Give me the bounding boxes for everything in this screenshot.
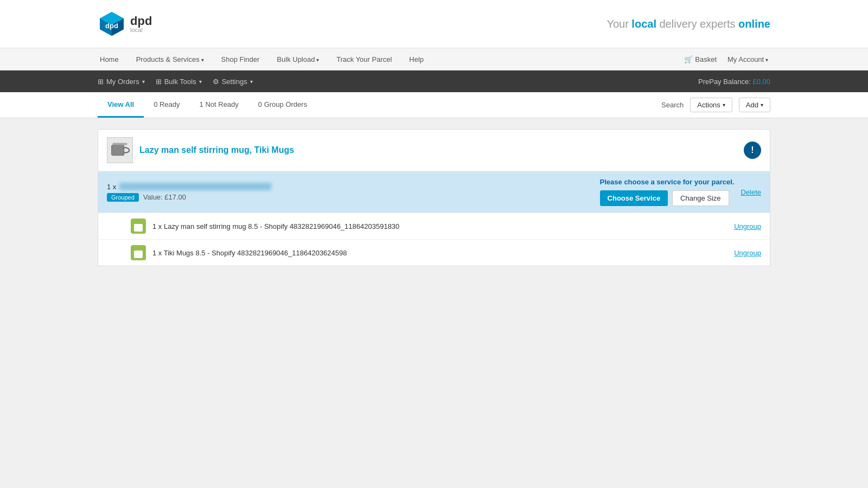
tab-group-orders[interactable]: 0 Group Orders: [248, 92, 317, 118]
logo-area: dpd dpd local: [98, 10, 152, 38]
shopify-icon-2: [131, 245, 146, 260]
my-orders-btn[interactable]: ⊞ My Orders: [98, 78, 145, 86]
order-card: Lazy man self stirring mug, Tiki Mugs ! …: [98, 129, 770, 266]
nav-bar: Home Products & Services Shop Finder Bul…: [0, 48, 868, 70]
svg-text:dpd: dpd: [105, 22, 118, 30]
main-content: Lazy man self stirring mug, Tiki Mugs ! …: [0, 118, 868, 286]
settings-gear-icon: ⚙: [213, 78, 219, 86]
my-orders-grid-icon: ⊞: [98, 78, 104, 86]
basket-label: Basket: [695, 55, 717, 63]
order-title-area: Lazy man self stirring mug, Tiki Mugs: [107, 137, 294, 163]
settings-btn[interactable]: ⚙ Settings: [213, 78, 253, 86]
tagline-online: online: [738, 18, 770, 30]
tagline: Your local delivery experts online: [607, 18, 770, 30]
change-size-button[interactable]: Change Size: [672, 190, 729, 206]
basket-icon: 🛒: [684, 55, 693, 63]
logo-text: dpd local: [130, 15, 152, 33]
basket-link[interactable]: 🛒 Basket: [684, 55, 717, 63]
tab-view-all[interactable]: View All: [98, 92, 144, 118]
toolbar-left: ⊞ My Orders ⊞ Bulk Tools ⚙ Settings: [98, 78, 253, 86]
nav-right: 🛒 Basket My Account: [684, 55, 770, 63]
bulk-tools-grid-icon: ⊞: [156, 78, 162, 86]
nav-products-services[interactable]: Products & Services: [134, 55, 206, 63]
shopify-icon-1: [131, 219, 146, 234]
my-account-link[interactable]: My Account: [725, 55, 770, 63]
filter-right: Search Actions Add: [661, 98, 770, 112]
nav-bulk-upload[interactable]: Bulk Upload: [275, 55, 321, 63]
svg-rect-8: [134, 224, 143, 232]
svg-rect-6: [112, 145, 124, 155]
prepay-balance: PrePay Balance: £0.00: [698, 78, 770, 86]
logo-sub: local: [130, 27, 152, 33]
parcel-row: 1 x Grouped Value: £17.00 Please choose …: [98, 171, 770, 213]
order-thumbnail: [107, 137, 133, 163]
tab-not-ready[interactable]: 1 Not Ready: [190, 92, 248, 118]
dpd-logo-icon: dpd: [98, 10, 126, 38]
bulk-tools-btn[interactable]: ⊞ Bulk Tools: [156, 78, 202, 86]
filter-bar: View All 0 Ready 1 Not Ready 0 Group Ord…: [0, 92, 868, 118]
alert-icon: !: [744, 142, 761, 159]
parcel-actions: Please choose a service for your parcel.…: [600, 178, 735, 206]
sub-item-row-1: 1 x Lazy man self stirring mug 8.5 - Sho…: [98, 213, 770, 239]
order-header: Lazy man self stirring mug, Tiki Mugs !: [98, 130, 770, 171]
add-button[interactable]: Add: [739, 98, 770, 112]
parcel-value: Value: £17.00: [143, 193, 186, 201]
actions-button[interactable]: Actions: [690, 98, 732, 112]
svg-rect-9: [134, 251, 143, 258]
nav-help[interactable]: Help: [407, 55, 426, 63]
tagline-middle: delivery experts: [656, 18, 738, 30]
top-header: dpd dpd local Your local delivery expert…: [0, 0, 868, 48]
nav-track-parcel[interactable]: Track Your Parcel: [334, 55, 394, 63]
delete-link[interactable]: Delete: [741, 188, 761, 196]
order-title[interactable]: Lazy man self stirring mug, Tiki Mugs: [139, 145, 294, 155]
tab-ready[interactable]: 0 Ready: [144, 92, 189, 118]
prepay-amount: £0.00: [752, 78, 770, 86]
parcel-buttons: Choose Service Change Size: [600, 190, 729, 206]
nav-shop-finder[interactable]: Shop Finder: [219, 55, 262, 63]
sub-item-text-2: 1 x Tiki Mugs 8.5 - Shopify 483282196904…: [152, 249, 727, 257]
parcel-meta: Grouped Value: £17.00: [107, 193, 593, 202]
ungroup-link-2[interactable]: Ungroup: [734, 249, 761, 257]
tagline-prefix: Your: [607, 18, 631, 30]
service-prompt: Please choose a service for your parcel.: [600, 178, 735, 186]
sub-item-text-1: 1 x Lazy man self stirring mug 8.5 - Sho…: [152, 222, 727, 230]
shopify-bag-icon-2: [133, 247, 144, 259]
parcel-quantity: 1 x: [107, 183, 116, 191]
parcel-info: 1 x Grouped Value: £17.00: [107, 183, 593, 202]
toolbar: ⊞ My Orders ⊞ Bulk Tools ⚙ Settings PreP…: [0, 70, 868, 92]
parcel-label: 1 x: [107, 183, 593, 191]
search-button[interactable]: Search: [661, 101, 684, 109]
nav-left: Home Products & Services Shop Finder Bul…: [98, 55, 426, 63]
parcel-address-blurred: [119, 183, 271, 190]
filter-tabs: View All 0 Ready 1 Not Ready 0 Group Ord…: [98, 92, 317, 118]
svg-rect-7: [113, 143, 127, 145]
choose-service-button[interactable]: Choose Service: [600, 190, 668, 206]
grouped-badge: Grouped: [107, 193, 139, 202]
sub-item-row-2: 1 x Tiki Mugs 8.5 - Shopify 483282196904…: [98, 239, 770, 266]
tagline-local: local: [631, 18, 656, 30]
ungroup-link-1[interactable]: Ungroup: [734, 222, 761, 230]
nav-home[interactable]: Home: [98, 55, 121, 63]
mug-thumbnail-icon: [107, 137, 132, 163]
shopify-bag-icon: [133, 220, 144, 232]
